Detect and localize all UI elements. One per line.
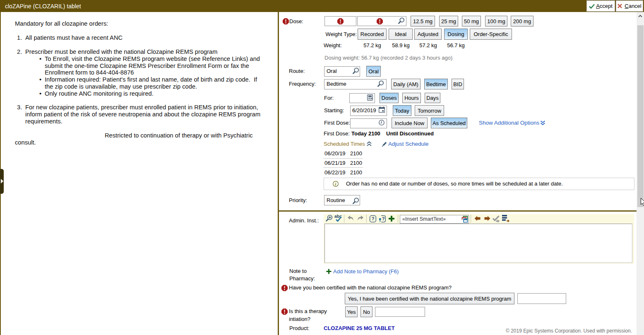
svg-text:i: i — [335, 182, 336, 186]
svg-text:?: ? — [382, 216, 385, 221]
svg-text:?: ? — [372, 216, 375, 221]
